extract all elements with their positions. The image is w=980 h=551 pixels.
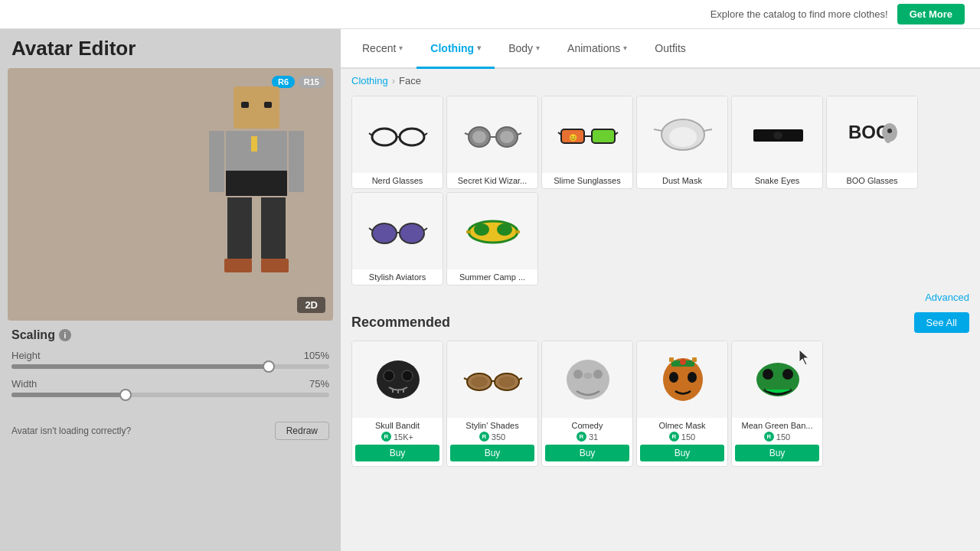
svg-rect-8 [261,197,286,259]
list-item[interactable]: Secret Kid Wizar... [446,96,538,189]
buy-button[interactable]: Buy [450,445,534,461]
svg-point-66 [573,370,583,379]
robux-icon: R [381,432,391,442]
height-slider-thumb[interactable] [263,360,275,373]
breadcrumb-clothing[interactable]: Clothing [351,75,388,86]
svg-point-13 [400,129,424,145]
tab-animations[interactable]: Animations ▾ [554,29,641,69]
svg-rect-0 [234,86,279,129]
rec-item-name: Comedy [542,418,632,432]
scaling-section: Scaling i Height 105% Width 75% [8,321,333,414]
svg-point-72 [669,372,678,383]
tab-clothing[interactable]: Clothing ▾ [416,29,495,69]
recommended-title: Recommended [351,315,450,331]
chevron-down-icon: ▾ [536,44,540,52]
robux-icon: R [764,432,774,442]
svg-point-19 [472,131,486,143]
breadcrumb-face: Face [399,75,421,86]
rec-item-image [637,341,728,418]
list-item[interactable]: 😊 Slime Sunglasses [541,96,633,189]
list-item[interactable]: Snake Eyes [731,96,823,189]
svg-rect-74 [669,357,674,362]
robux-icon: R [577,432,586,442]
svg-rect-1 [241,102,249,108]
rec-item-image [447,341,538,418]
svg-line-33 [704,129,712,131]
height-slider-track[interactable] [11,364,329,369]
svg-rect-10 [261,259,289,272]
robux-icon: R [479,432,489,442]
width-slider-thumb[interactable] [119,389,132,401]
list-item[interactable]: Summer Camp ... [446,192,538,285]
breadcrumb-separator: › [392,75,395,86]
svg-point-39 [887,129,892,133]
buy-button[interactable]: Buy [735,445,819,461]
buy-button[interactable]: Buy [640,445,724,461]
width-slider-track[interactable] [11,393,329,397]
item-name: Secret Kid Wizar... [447,173,537,188]
tab-recent[interactable]: Recent ▾ [348,29,416,69]
redraw-button[interactable]: Redraw [275,422,329,440]
svg-point-73 [688,372,697,383]
tab-outfits[interactable]: Outfits [641,29,699,69]
svg-rect-48 [466,230,471,233]
rec-item-price: R 150 [732,432,822,445]
right-panel: Recent ▾ Clothing ▾ Body ▾ Animations ▾ … [341,29,980,551]
svg-point-67 [593,370,603,379]
chevron-down-icon: ▾ [623,44,627,52]
svg-point-78 [782,369,793,380]
svg-point-46 [474,223,489,236]
svg-point-20 [500,131,514,143]
rec-item-image [542,341,633,418]
svg-point-40 [372,223,397,243]
chevron-down-icon: ▾ [477,44,481,52]
height-value: 105% [304,350,329,361]
see-all-button[interactable]: See All [914,312,969,333]
item-name: BOO Glasses [827,173,917,188]
tab-body[interactable]: Body ▾ [495,29,554,69]
list-item[interactable]: BOO BOO Glasses [826,96,918,189]
avatar-error-row: Avatar isn't loading correctly? Redraw [8,422,333,440]
recommended-header: Recommended See All [341,306,980,337]
svg-line-43 [369,228,372,230]
rec-item-price: R 350 [447,432,537,445]
info-icon[interactable]: i [59,329,71,341]
svg-rect-4 [226,171,287,196]
list-item[interactable]: Mean Green Ban... R 150 Buy [731,341,823,467]
item-image [447,193,538,269]
list-item[interactable]: Stylish Aviators [351,192,443,285]
badge-2d[interactable]: 2D [297,297,325,313]
nav-tabs: Recent ▾ Clothing ▾ Body ▾ Animations ▾ … [341,29,980,69]
item-name: Summer Camp ... [447,269,537,285]
svg-rect-75 [692,357,697,362]
list-item[interactable]: Dust Mask [636,96,728,189]
buy-button[interactable]: Buy [545,445,629,461]
svg-rect-9 [224,259,252,272]
svg-point-52 [402,370,413,381]
svg-rect-5 [209,131,224,192]
get-more-button[interactable]: Get More [897,4,965,24]
rec-item-price: R 150 [637,432,727,445]
svg-line-22 [465,133,469,135]
item-image: BOO [827,96,918,173]
item-image [637,96,728,173]
svg-rect-49 [515,230,520,233]
list-item[interactable]: Stylin' Shades R 350 Buy [446,341,538,467]
svg-point-65 [567,360,609,399]
item-image: 😊 [542,96,633,173]
avatar-viewport: R6 R15 [8,68,333,321]
advanced-link[interactable]: Advanced [925,292,969,303]
item-image [447,96,538,173]
list-item[interactable]: Comedy R 31 Buy [541,341,633,467]
list-item[interactable]: Skull Bandit R 15K+ Buy [351,341,443,467]
buy-button[interactable]: Buy [355,445,439,461]
svg-line-61 [464,378,467,380]
list-item[interactable]: Nerd Glasses [351,96,443,189]
item-image [732,96,823,173]
list-item[interactable]: Olmec Mask R 150 Buy [636,341,728,467]
catalog-text: Explore the catalog to find more clothes… [710,8,888,20]
width-value: 75% [309,378,329,390]
rec-item-price: R 15K+ [352,432,443,445]
item-name: Nerd Glasses [352,173,443,188]
svg-point-47 [497,223,512,236]
